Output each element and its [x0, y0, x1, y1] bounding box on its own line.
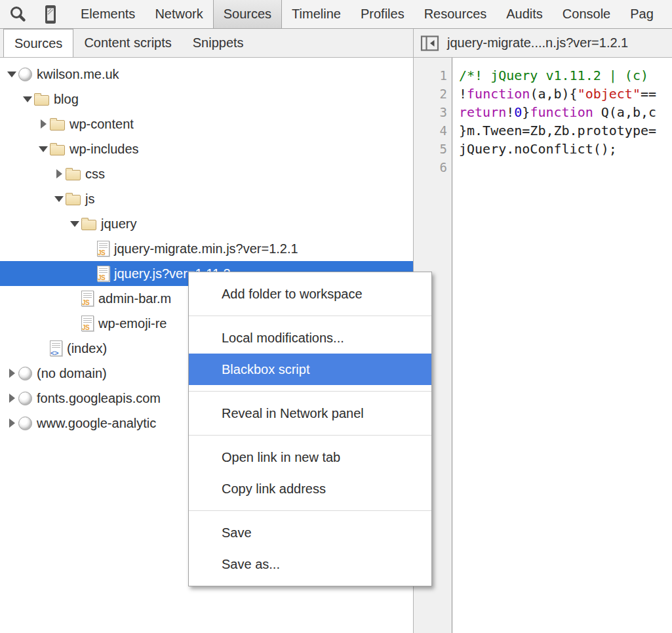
tree-item-label: css — [85, 167, 105, 182]
tab-pag[interactable]: Pag — [620, 0, 663, 28]
tab-elements[interactable]: Elements — [71, 0, 145, 28]
line-number[interactable]: 2 — [414, 85, 452, 103]
menu-item-local-modifications[interactable]: Local modifications... — [189, 322, 431, 354]
main-toolbar: ElementsNetworkSourcesTimelineProfilesRe… — [0, 0, 672, 29]
hide-navigator-icon[interactable] — [420, 35, 439, 52]
code-token: 0 — [514, 104, 522, 120]
expand-triangle-icon[interactable] — [37, 119, 50, 129]
line-number[interactable]: 5 — [414, 140, 452, 158]
tree-item-wp-includes[interactable]: wp-includes — [0, 136, 413, 161]
menu-section: Add folder to workspace — [189, 272, 431, 316]
code-line — [459, 158, 672, 176]
code-line: return!0}function Q(a,b,c — [459, 103, 672, 121]
editor-file-tab[interactable]: jquery-migrate....n.js?ver=1.2.1 — [420, 35, 628, 52]
tab-resources[interactable]: Resources — [414, 0, 497, 28]
tab-sources[interactable]: Sources — [213, 0, 282, 28]
tree-item-css[interactable]: css — [0, 161, 413, 186]
html-file-icon: <> — [50, 340, 62, 356]
tree-item-label: www.google-analytic — [37, 416, 156, 431]
tree-item-js[interactable]: js — [0, 186, 413, 211]
line-number[interactable]: 6 — [414, 158, 452, 176]
editor-file-tab-label: jquery-migrate....n.js?ver=1.2.1 — [447, 35, 628, 51]
tree-item-wp-content[interactable]: wp-content — [0, 112, 413, 136]
collapse-triangle-icon[interactable] — [5, 71, 18, 77]
tab-profiles[interactable]: Profiles — [351, 0, 414, 28]
tree-item-label: wp-emoji-re — [98, 316, 167, 331]
menu-item-save-as[interactable]: Save as... — [189, 548, 431, 580]
tree-item-label: fonts.googleapis.com — [37, 391, 161, 406]
tab-network[interactable]: Network — [145, 0, 212, 28]
tree-item-label: (no domain) — [37, 366, 107, 381]
js-file-icon: JS — [97, 241, 109, 256]
code-token: return — [459, 104, 506, 120]
device-mode-icon[interactable] — [42, 4, 59, 25]
tab-timeline[interactable]: Timeline — [282, 0, 351, 28]
expand-triangle-icon[interactable] — [5, 419, 18, 428]
source-editor: 123456 /*! jQuery v1.11.2 | (c)!function… — [413, 58, 672, 633]
code-token: jQuery.noConflict(); — [459, 141, 617, 157]
menu-item-reveal-in-network-panel[interactable]: Reveal in Network panel — [189, 398, 431, 429]
globe-icon — [18, 417, 32, 430]
context-menu: Add folder to workspaceLocal modificatio… — [188, 272, 432, 586]
line-number[interactable]: 4 — [414, 121, 452, 140]
globe-icon — [18, 367, 32, 380]
tree-item-kwilson-me-uk[interactable]: kwilson.me.uk — [0, 62, 413, 87]
expand-triangle-icon[interactable] — [52, 169, 66, 178]
tab-console[interactable]: Console — [553, 0, 620, 28]
expand-triangle-icon[interactable] — [5, 394, 18, 403]
tree-item-label: js — [85, 192, 94, 207]
folder-icon — [50, 145, 65, 155]
code-token: == — [641, 86, 656, 102]
navigator-tabs: SourcesContent scriptsSnippets — [0, 29, 413, 57]
subtab-snippets[interactable]: Snippets — [182, 29, 254, 57]
menu-item-add-folder-to-workspace[interactable]: Add folder to workspace — [189, 278, 431, 310]
globe-icon — [18, 68, 32, 81]
folder-icon — [81, 220, 96, 230]
folder-icon — [34, 95, 49, 106]
subtab-content-scripts[interactable]: Content scripts — [73, 29, 182, 57]
tree-item-label: jquery — [101, 216, 136, 232]
collapse-triangle-icon[interactable] — [68, 221, 81, 227]
code-token: function — [530, 104, 593, 120]
editor-tabbar: jquery-migrate....n.js?ver=1.2.1 — [413, 29, 672, 57]
code-token: } — [522, 104, 530, 120]
subtab-sources[interactable]: Sources — [3, 29, 73, 57]
menu-item-save[interactable]: Save — [189, 517, 431, 548]
menu-section: Reveal in Network panel — [189, 392, 431, 436]
collapse-triangle-icon[interactable] — [21, 96, 34, 102]
collapse-triangle-icon[interactable] — [52, 196, 66, 202]
code-token: (a,b){ — [530, 86, 577, 102]
line-number[interactable]: 3 — [414, 103, 452, 121]
tab-audits[interactable]: Audits — [496, 0, 553, 28]
toolbar-icon-group — [0, 0, 59, 28]
js-file-icon: JS — [81, 291, 94, 306]
tree-item-jquery-migrate-min-js-ver-1-2-1[interactable]: JSjquery-migrate.min.js?ver=1.2.1 — [0, 236, 413, 261]
menu-item-open-link-in-new-tab[interactable]: Open link in new tab — [189, 441, 431, 473]
menu-item-copy-link-address[interactable]: Copy link address — [189, 473, 431, 504]
code-line: /*! jQuery v1.11.2 | (c) — [459, 66, 672, 85]
menu-section: Local modifications...Blackbox script — [189, 316, 431, 392]
js-file-icon: JS — [81, 316, 94, 331]
tree-item-label: (index) — [67, 341, 107, 356]
folder-icon — [50, 120, 65, 131]
collapse-triangle-icon[interactable] — [37, 146, 50, 152]
menu-section: Open link in new tabCopy link address — [189, 436, 431, 511]
menu-section: SaveSave as... — [189, 511, 431, 586]
code-token: /*! jQuery v1.11.2 | (c) — [459, 68, 648, 83]
inspect-magnifier-icon[interactable] — [8, 5, 28, 24]
tree-item-blog[interactable]: blog — [0, 87, 413, 112]
globe-icon — [18, 392, 32, 405]
menu-item-blackbox-script[interactable]: Blackbox script — [189, 354, 431, 385]
code-token: function — [467, 86, 530, 102]
sub-toolbar: SourcesContent scriptsSnippets jquery-mi… — [0, 29, 672, 58]
expand-triangle-icon[interactable] — [5, 369, 18, 378]
code-token: ! — [506, 104, 514, 120]
folder-icon — [66, 170, 81, 180]
line-number[interactable]: 1 — [414, 66, 452, 85]
code-token: Q(a,b,c — [593, 104, 656, 120]
js-file-icon: JS — [97, 266, 109, 281]
tree-item-jquery[interactable]: jquery — [0, 211, 413, 236]
code-token: }m.Tween=Zb,Zb.prototype= — [459, 123, 656, 138]
code-area[interactable]: /*! jQuery v1.11.2 | (c)!function(a,b){"… — [453, 58, 672, 633]
code-line: }m.Tween=Zb,Zb.prototype= — [459, 121, 672, 140]
